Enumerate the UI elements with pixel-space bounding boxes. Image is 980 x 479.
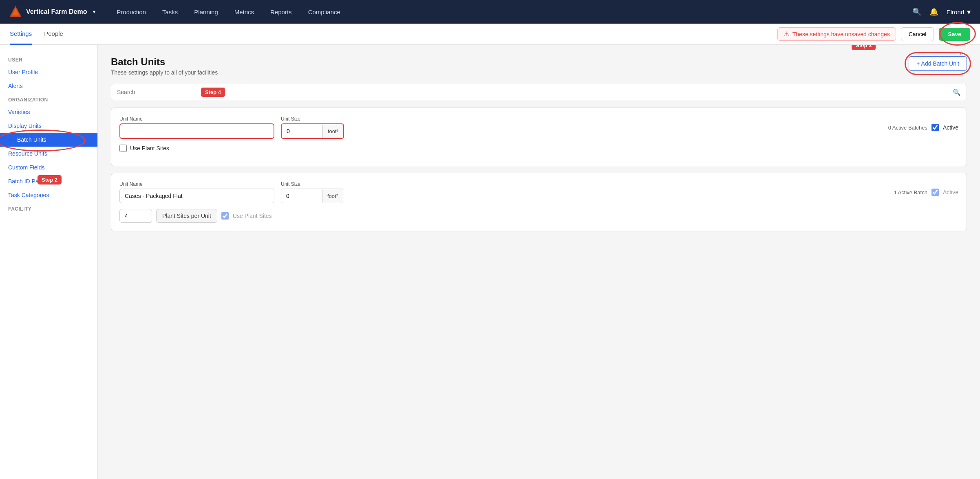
plant-sites-input-2[interactable] — [119, 209, 152, 223]
sidebar-batch-units-label: Batch Units — [17, 136, 46, 143]
tab-settings[interactable]: Settings — [10, 24, 32, 45]
plant-sites-row-2: Plant Sites per Unit Use Plant Sites — [119, 209, 958, 223]
search-icon-nav[interactable]: 🔍 — [912, 7, 921, 16]
main-layout: User User Profile Alerts Organization Va… — [0, 45, 980, 479]
sidebar-item-batch-id-patterns[interactable]: Batch ID Patterns — [0, 174, 97, 188]
app-logo[interactable]: Vertical Farm Demo ▼ — [8, 4, 96, 19]
use-plant-sites-checkbox-2[interactable] — [221, 212, 229, 220]
active-label-1: Active — [943, 124, 958, 131]
save-button[interactable]: Save — [939, 28, 970, 41]
nav-right: 🔍 🔔 Elrond ▼ — [912, 7, 972, 16]
sidebar-section-user: User — [0, 53, 97, 65]
nav-planning[interactable]: Planning — [186, 0, 226, 24]
sidebar-item-alerts[interactable]: Alerts — [0, 79, 97, 93]
nav-links: Production Tasks Planning Metrics Report… — [108, 0, 912, 24]
use-plant-sites-label-1: Use Plant Sites — [130, 145, 169, 152]
unit-name-input-1[interactable] — [119, 123, 274, 139]
nav-reports[interactable]: Reports — [262, 0, 300, 24]
nav-production[interactable]: Production — [108, 0, 154, 24]
app-dropdown-arrow[interactable]: ▼ — [92, 9, 96, 14]
content-area: Batch Units These settings apply to all … — [98, 45, 980, 479]
sidebar-item-resource-units[interactable]: Resource Units — [0, 147, 97, 160]
sidebar-item-varieties[interactable]: Varieties — [0, 105, 97, 119]
content-header: Batch Units These settings apply to all … — [111, 56, 967, 76]
unit-size-input-1[interactable] — [282, 124, 322, 138]
content-header-text: Batch Units These settings apply to all … — [111, 56, 218, 76]
nav-metrics[interactable]: Metrics — [226, 0, 262, 24]
field-group-name-2: Unit Name — [119, 181, 274, 203]
sidebar-item-task-categories[interactable]: Task Categories — [0, 188, 97, 202]
sidebar-item-user-profile[interactable]: User Profile — [0, 65, 97, 79]
unit-name-label-1: Unit Name — [119, 116, 274, 122]
unit-row-2: Unit Name Unit Size foot² Step 6 1 — [119, 181, 958, 203]
sidebar-arrow-icon: → — [8, 136, 14, 143]
active-checkbox-2[interactable] — [931, 189, 939, 196]
user-name: Elrond — [947, 9, 964, 15]
unit-size-wrapper-1: foot² — [281, 123, 344, 139]
use-plant-sites-label-2: Use Plant Sites — [233, 213, 272, 219]
page-subtitle: These settings apply to all of your faci… — [111, 69, 218, 76]
tab-people[interactable]: People — [44, 24, 63, 45]
user-dropdown-arrow: ▼ — [966, 9, 972, 15]
unit-meta-2: 1 Active Batch Active Step 7 — [894, 189, 958, 196]
sidebar-section-org: Organization — [0, 93, 97, 105]
unit-card-2: Unit Name Unit Size foot² Step 6 1 — [111, 173, 967, 231]
tabs-actions: ⚠ These settings have unsaved changes Ca… — [777, 27, 970, 41]
warning-icon: ⚠ — [784, 30, 789, 38]
bell-icon[interactable]: 🔔 — [929, 7, 938, 16]
tabs-bar: Settings People ⚠ These settings have un… — [0, 24, 980, 45]
top-nav: Vertical Farm Demo ▼ Production Tasks Pl… — [0, 0, 980, 24]
unit-size-wrapper-2: foot² Step 6 — [281, 189, 343, 203]
unit-name-input-2[interactable] — [119, 189, 274, 203]
field-group-size-2: Unit Size foot² Step 6 — [281, 181, 343, 203]
use-plant-sites-row-1: Use Plant Sites Step 5 — [119, 145, 958, 152]
search-icon[interactable]: 🔍 — [953, 88, 961, 96]
nav-compliance[interactable]: Compliance — [300, 0, 349, 24]
unit-size-suffix-1: foot² — [322, 125, 343, 138]
sidebar-item-custom-fields[interactable]: Custom Fields — [0, 160, 97, 174]
unit-card-1: Step 4 Unit Name Unit Size foot² — [111, 108, 967, 166]
sidebar-item-display-units[interactable]: Display Units — [0, 119, 97, 133]
plant-sites-label-2: Plant Sites per Unit — [156, 209, 217, 223]
cancel-button[interactable]: Cancel — [901, 27, 934, 41]
unit-size-input-2[interactable] — [281, 189, 322, 203]
user-menu[interactable]: Elrond ▼ — [947, 9, 972, 15]
field-group-size-1: Unit Size foot² — [281, 116, 344, 139]
sidebar: User User Profile Alerts Organization Va… — [0, 45, 98, 479]
unit-size-suffix-2: foot² — [322, 189, 343, 203]
search-bar: 🔍 — [111, 84, 967, 100]
active-batches-2: 1 Active Batch — [894, 189, 927, 196]
nav-tasks[interactable]: Tasks — [154, 0, 186, 24]
sidebar-section-facility: Facility — [0, 202, 97, 214]
banner-text: These settings have unsaved changes — [792, 31, 890, 37]
unit-row-1: Unit Name Unit Size foot² 0 Active Batch… — [119, 116, 958, 139]
field-group-name-1: Unit Name — [119, 116, 274, 139]
unit-size-label-2: Unit Size — [281, 181, 343, 187]
unit-meta-1: 0 Active Batches Active — [888, 124, 958, 131]
active-checkbox-1[interactable] — [931, 124, 939, 131]
active-batches-1: 0 Active Batches — [888, 125, 927, 131]
search-input[interactable] — [117, 84, 953, 100]
sidebar-item-batch-units[interactable]: → Batch Units — [0, 133, 97, 147]
unsaved-banner: ⚠ These settings have unsaved changes — [777, 27, 896, 41]
app-name: Vertical Farm Demo — [26, 8, 87, 15]
unit-name-label-2: Unit Name — [119, 181, 274, 187]
add-batch-unit-button[interactable]: + Add Batch Unit — [909, 56, 967, 71]
use-plant-sites-checkbox-1[interactable] — [119, 145, 127, 152]
unit-size-label-1: Unit Size — [281, 116, 344, 122]
active-label-2: Active — [943, 189, 958, 196]
page-title: Batch Units — [111, 56, 218, 68]
